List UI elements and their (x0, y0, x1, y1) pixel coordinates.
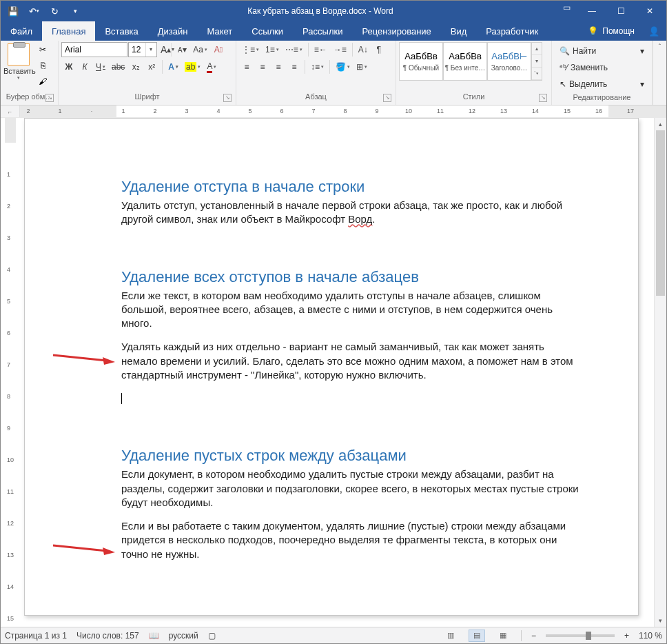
tab-insert[interactable]: Вставка (95, 21, 147, 41)
ribbon-display-options-icon[interactable]: ▭ (556, 3, 577, 19)
show-marks-icon[interactable]: ¶ (371, 42, 387, 57)
align-left-icon[interactable]: ≡ (239, 59, 254, 74)
status-words[interactable]: Число слов: 157 (76, 631, 139, 641)
titlebar: 💾 ↶▾ ↻ ▾ Как убрать абзац в Ворде.docx -… (1, 1, 666, 21)
styles-group-label: Стили (463, 92, 485, 101)
qat-save-icon[interactable]: 💾 (3, 3, 23, 19)
scroll-thumb[interactable] (656, 130, 665, 296)
italic-button[interactable]: К (77, 59, 92, 74)
scroll-up-icon[interactable]: ▴ (655, 118, 666, 130)
borders-icon[interactable]: ⊞▾ (353, 59, 370, 74)
ribbon: Вставить ▾ ✂ ⎘ 🖌 Буфер обм…↘ ▾ ▾ A▴ A▾ A… (1, 41, 666, 105)
close-button[interactable]: ✕ (636, 3, 664, 19)
horizontal-ruler[interactable]: ⌐ 21·1234567891011121314151617 (1, 105, 666, 118)
tab-developer[interactable]: Разработчик (476, 21, 548, 41)
superscript-icon[interactable]: x² (144, 59, 159, 74)
style-no-spacing[interactable]: АаБбВв¶ Без инте… (443, 42, 487, 81)
find-button[interactable]: 🔍 Найти ▾ (556, 43, 648, 59)
subscript-icon[interactable]: x₂ (128, 59, 143, 74)
cut-icon[interactable]: ✂ (35, 42, 50, 57)
vertical-scrollbar[interactable]: ▴ ▾ (654, 118, 666, 627)
line-spacing-icon[interactable]: ↕≡▾ (308, 59, 327, 74)
align-right-icon[interactable]: ≡ (271, 59, 286, 74)
font-family-combo[interactable]: ▾ (61, 42, 127, 57)
qat-customize-icon[interactable]: ▾ (65, 3, 85, 19)
scroll-down-icon[interactable]: ▾ (655, 614, 666, 627)
page-canvas[interactable]: Удаление отступа в начале строки Удалить… (20, 118, 654, 627)
multilevel-list-icon[interactable]: ⋯≡▾ (283, 42, 305, 57)
view-web-icon[interactable]: ▦ (495, 630, 511, 642)
replace-button[interactable]: ᵃᵇ⁄ Заменить (556, 60, 648, 75)
decrease-indent-icon[interactable]: ≡← (311, 42, 330, 57)
status-proofing-icon[interactable]: 📖 (149, 631, 159, 641)
status-language[interactable]: русский (169, 631, 198, 641)
styles-scroll[interactable]: ▴▾᷾▾ (531, 42, 542, 81)
tab-references[interactable]: Ссылки (242, 21, 293, 41)
shrink-font-icon[interactable]: A▾ (174, 42, 189, 57)
minimize-button[interactable]: — (578, 3, 606, 19)
tab-view[interactable]: Вид (441, 21, 477, 41)
tab-mailings[interactable]: Рассылки (293, 21, 352, 41)
heading-3: Удаление пустых строк между абзацами (121, 447, 583, 465)
qat-undo-icon[interactable]: ↶▾ (24, 3, 43, 19)
font-dialog-launcher[interactable]: ↘ (223, 94, 232, 102)
change-case-icon[interactable]: Aa▾ (190, 42, 210, 57)
numbering-icon[interactable]: 1≡▾ (263, 42, 282, 57)
zoom-level[interactable]: 110 % (639, 631, 662, 641)
page: Удаление отступа в начале строки Удалить… (24, 118, 639, 616)
maximize-button[interactable]: ☐ (607, 3, 635, 19)
font-size-input[interactable] (129, 43, 145, 57)
sort-icon[interactable]: A↓ (356, 42, 371, 57)
bullets-icon[interactable]: ⋮≡▾ (239, 42, 262, 57)
clipboard-dialog-launcher[interactable]: ↘ (45, 94, 54, 102)
paragraph-5: Если и вы работаете с таким документом, … (121, 519, 583, 561)
font-color-icon[interactable]: A▾ (204, 59, 219, 74)
align-center-icon[interactable]: ≡ (255, 59, 270, 74)
ruler-corner[interactable]: ⌐ (1, 105, 20, 117)
statusbar: Страница 1 из 1 Число слов: 157 📖 русски… (1, 627, 666, 643)
tell-me[interactable]: 💡 Помощн (581, 21, 642, 41)
view-read-icon[interactable]: ▥ (442, 630, 459, 642)
heading-2: Удаление всех отступов в начале абзацев (121, 268, 583, 286)
status-page[interactable]: Страница 1 из 1 (5, 631, 67, 641)
zoom-slider[interactable] (546, 634, 615, 637)
increase-indent-icon[interactable]: →≡ (331, 42, 349, 57)
style-heading1[interactable]: АаБбВ⊢Заголово… (487, 42, 531, 81)
underline-button[interactable]: Ч▾ (93, 59, 108, 74)
tab-design[interactable]: Дизайн (148, 21, 198, 41)
tab-home[interactable]: Главная (42, 21, 95, 41)
justify-icon[interactable]: ≡ (287, 59, 302, 74)
text-effects-icon[interactable]: A▾ (165, 59, 181, 74)
status-macro-icon[interactable]: ▢ (208, 631, 216, 641)
styles-dialog-launcher[interactable]: ↘ (539, 94, 547, 102)
zoom-in-icon[interactable]: + (624, 631, 629, 641)
tab-layout[interactable]: Макет (197, 21, 242, 41)
zoom-out-icon[interactable]: − (531, 631, 536, 641)
vertical-ruler[interactable]: 12345678910111213141516 (1, 118, 20, 627)
view-print-icon[interactable]: ▤ (469, 630, 485, 642)
select-button[interactable]: ↖ Выделить ▾ (556, 77, 648, 92)
strike-button[interactable]: abc (109, 59, 127, 74)
style-normal[interactable]: АаБбВв¶ Обычный (399, 42, 443, 81)
copy-icon[interactable]: ⎘ (35, 58, 50, 73)
tab-file[interactable]: Файл (1, 21, 42, 41)
format-painter-icon[interactable]: 🖌 (35, 74, 50, 89)
bold-button[interactable]: Ж (61, 59, 76, 74)
qat-redo-icon[interactable]: ↻ (45, 3, 64, 19)
tab-review[interactable]: Рецензирование (352, 21, 440, 41)
paste-label: Вставить (3, 67, 34, 75)
tell-me-label: Помощн (602, 26, 635, 36)
highlight-icon[interactable]: ab▾ (182, 59, 203, 74)
collapse-ribbon-icon[interactable]: ˆ (659, 43, 661, 51)
annotation-arrow-1 (53, 351, 115, 365)
grow-font-icon[interactable]: A▴ (158, 42, 174, 57)
share-icon[interactable]: 👤 (642, 21, 666, 41)
svg-marker-3 (103, 547, 115, 555)
paragraph-dialog-launcher[interactable]: ↘ (383, 94, 391, 102)
zoom-handle[interactable] (586, 632, 591, 640)
shading-icon[interactable]: 🪣▾ (333, 59, 353, 74)
paste-button[interactable]: Вставить ▾ (3, 42, 34, 90)
clear-formatting-icon[interactable]: A⃠ (211, 42, 226, 57)
font-group-label: Шрифт (134, 92, 159, 101)
font-size-combo[interactable]: ▾ (128, 42, 157, 57)
